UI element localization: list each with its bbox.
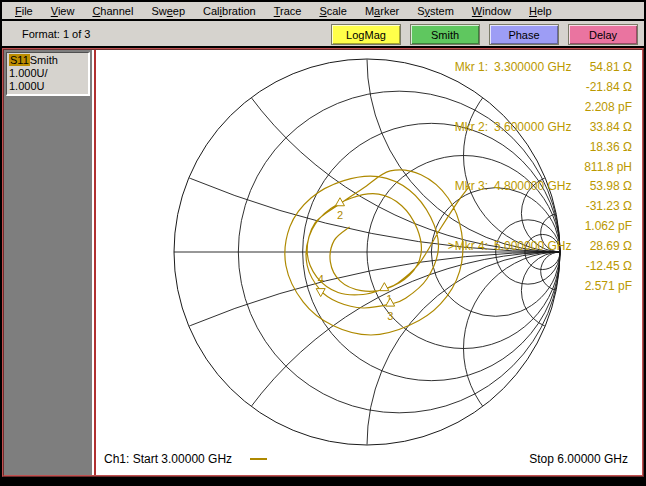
start-frequency-label: Ch1: Start 3.00000 GHz bbox=[104, 452, 232, 466]
marker-value: 18.36 Ω bbox=[516, 140, 632, 154]
marker-value: 53.98 Ω bbox=[516, 179, 632, 193]
trace-marker-2-digit: 2 bbox=[337, 209, 343, 221]
trace-status-box[interactable]: S11Smith 1.000U/ 1.000U bbox=[6, 52, 90, 96]
trace-status-sidebar: S11Smith 1.000U/ 1.000U bbox=[4, 50, 94, 475]
menu-system[interactable]: System bbox=[408, 4, 463, 18]
marker-value: -12.45 Ω bbox=[516, 259, 632, 273]
trace-marker-4-triangle bbox=[316, 289, 325, 297]
marker-label: Mkr 2: bbox=[418, 120, 488, 134]
menu-scale[interactable]: Scale bbox=[310, 4, 356, 18]
marker-value: 2.208 pF bbox=[516, 100, 632, 114]
trace-parameter-badge: S11 bbox=[9, 54, 30, 66]
menu-window[interactable]: Window bbox=[463, 4, 520, 18]
marker-label: Mkr 1: bbox=[418, 60, 488, 74]
trace-marker-1-triangle bbox=[380, 283, 389, 291]
menu-marker[interactable]: Marker bbox=[356, 4, 408, 18]
trace-status-line1: S11Smith bbox=[9, 54, 86, 67]
trace-reference-label: 1.000U bbox=[9, 80, 86, 93]
menu-view[interactable]: View bbox=[42, 4, 84, 18]
trace-color-key bbox=[250, 458, 267, 460]
marker-label: Mkr 3: bbox=[418, 179, 488, 193]
format-button-smith[interactable]: Smith bbox=[410, 24, 480, 45]
trace-format-label: Smith bbox=[30, 54, 58, 66]
trace-marker-3-digit: 3 bbox=[387, 310, 393, 322]
stop-frequency-label: Stop 6.00000 GHz bbox=[529, 452, 628, 466]
marker-value: 1.062 pF bbox=[516, 219, 632, 233]
format-button-logmag[interactable]: LogMag bbox=[331, 24, 401, 45]
menu-help[interactable]: Help bbox=[520, 4, 561, 18]
format-button-phase[interactable]: Phase bbox=[489, 24, 559, 45]
trace-scale-label: 1.000U/ bbox=[9, 67, 86, 80]
format-toolbar: Format: 1 of 3 LogMagSmithPhaseDelay bbox=[2, 21, 644, 46]
menu-calibration[interactable]: Calibration bbox=[194, 4, 265, 18]
marker-value: 54.81 Ω bbox=[516, 60, 632, 74]
measurement-window: S11Smith 1.000U/ 1.000U 1234 Mkr 1:3.300… bbox=[2, 48, 644, 477]
menu-trace[interactable]: Trace bbox=[265, 4, 311, 18]
format-button-delay[interactable]: Delay bbox=[568, 24, 638, 45]
menu-bar: FileViewChannelSweepCalibrationTraceScal… bbox=[2, 2, 644, 19]
menu-channel[interactable]: Channel bbox=[83, 4, 142, 18]
format-buttons: LogMagSmithPhaseDelay bbox=[331, 24, 638, 45]
menu-sweep[interactable]: Sweep bbox=[142, 4, 194, 18]
marker-value: 33.84 Ω bbox=[516, 120, 632, 134]
trace-marker-4-digit: 4 bbox=[318, 273, 324, 285]
format-label: Format: 1 of 3 bbox=[22, 28, 90, 40]
channel-start-status: Ch1: Start 3.00000 GHz bbox=[104, 452, 267, 466]
marker-label: >Mkr 4: bbox=[418, 239, 488, 253]
marker-value: -21.84 Ω bbox=[516, 80, 632, 94]
menu-file[interactable]: File bbox=[6, 4, 42, 18]
marker-value: 2.571 pF bbox=[516, 279, 632, 293]
vna-application-window: { "window": {"width": 646, "height": 486… bbox=[0, 0, 646, 486]
marker-value: -31.23 Ω bbox=[516, 199, 632, 213]
smith-chart-plot-area: 1234 Mkr 1:3.300000 GHz54.81 Ω-21.84 Ω2.… bbox=[94, 50, 642, 475]
marker-value: 28.69 Ω bbox=[516, 239, 632, 253]
marker-value: 811.8 pH bbox=[516, 160, 632, 174]
